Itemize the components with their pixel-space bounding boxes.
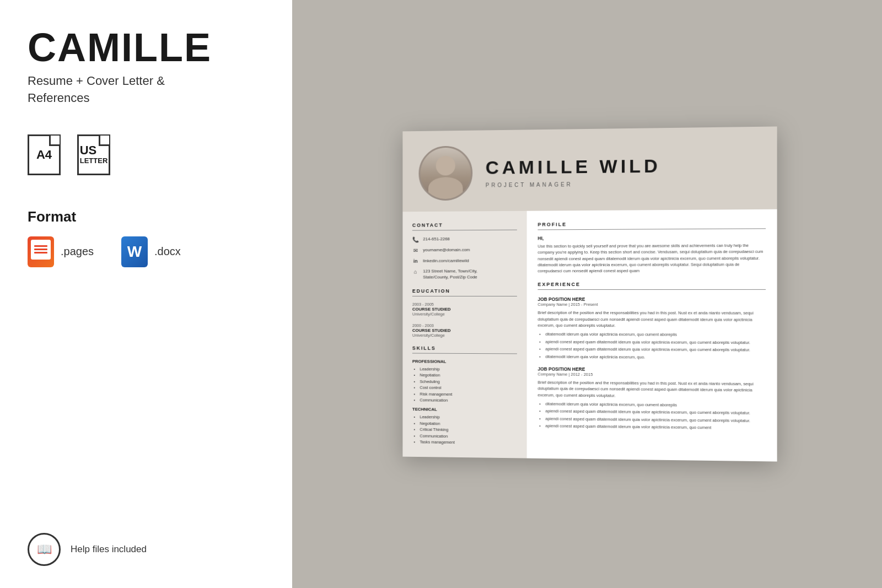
- education-section-title: EDUCATION: [412, 288, 517, 296]
- us-label: US: [80, 144, 108, 157]
- letter-label: LETTER: [80, 157, 108, 165]
- photo-head: [436, 156, 455, 176]
- word-icon-letter: W: [127, 243, 142, 261]
- skills-technical-list: Leadership Negotiation Critical Thinking…: [412, 414, 517, 446]
- skill-item: Risk management: [420, 391, 517, 397]
- job-bullet: apiendi conest asped quam ditatemodit id…: [545, 424, 766, 432]
- resume-job-title: PROJECT MANAGER: [486, 180, 760, 188]
- job-bullet: apiendi conest asped quam ditatemodit id…: [545, 409, 766, 417]
- skill-item: Critical Thinking: [420, 427, 517, 433]
- phone-icon: 📞: [412, 237, 419, 243]
- edu-entry-1: 2003 - 2005 COURSE STUDIED University/Co…: [412, 302, 517, 317]
- resume-card: CAMILLE WILD PROJECT MANAGER CONTACT 📞 2…: [402, 127, 777, 462]
- skill-item: Cost control: [420, 385, 517, 391]
- edu-school-1: University/College: [412, 311, 517, 316]
- profile-text: Use this section to quickly sell yoursel…: [537, 242, 766, 274]
- word-icon: W: [121, 236, 148, 267]
- photo-placeholder: [420, 148, 471, 199]
- skill-item: Leadership: [420, 366, 517, 372]
- contact-phone: 📞 214-651-2268: [412, 236, 517, 243]
- docx-ext: .docx: [154, 245, 181, 258]
- docx-format-item: W .docx: [121, 236, 181, 267]
- skill-item: Negotiation: [420, 421, 517, 427]
- pages-format-item: .pages: [28, 236, 94, 267]
- edu-entry-2: 2000 - 2003 COURSE STUDIED University/Co…: [412, 323, 517, 338]
- job-bullet: ditatemodit iderum quia volor apictinici…: [545, 354, 766, 361]
- skill-item: Communication: [420, 433, 517, 439]
- job-bullet: ditatemodit iderum quia volor apictinici…: [545, 401, 766, 409]
- job-company-1: Company Name | 2015 - Present: [537, 302, 766, 307]
- skills-professional-label: PROFESSIONAL: [412, 359, 517, 364]
- address-icon: ⌂: [412, 269, 419, 275]
- a4-doc-shape: A4: [28, 134, 61, 175]
- resume-body: CONTACT 📞 214-651-2268 ✉ yourname@domain…: [402, 209, 777, 461]
- contact-address: ⌂ 123 Street Name, Town/City,State/Count…: [412, 268, 517, 280]
- job-bullet: apiendi conest asped quam ditatemodit id…: [545, 339, 766, 346]
- resume-header: CAMILLE WILD PROJECT MANAGER: [402, 127, 777, 212]
- us-doc-shape: US LETTER: [77, 134, 110, 175]
- job-bullet: ditatemodit iderum quia volor apictinici…: [545, 332, 766, 338]
- resume-name: CAMILLE WILD: [486, 155, 760, 179]
- email-icon: ✉: [412, 247, 419, 253]
- job-bullet: apiendi conest asped quam ditatemodit id…: [545, 416, 766, 424]
- contact-phone-text: 214-651-2268: [423, 236, 450, 242]
- help-book-icon: 📖: [28, 533, 61, 566]
- right-panel: CAMILLE WILD PROJECT MANAGER CONTACT 📞 2…: [292, 0, 882, 588]
- format-icons: A4 US LETTER: [28, 134, 265, 175]
- brand-subtitle: Resume + Cover Letter &References: [28, 73, 265, 107]
- format-section: Format .pages: [28, 208, 265, 267]
- contact-email: ✉ yourname@domain.com: [412, 247, 517, 254]
- brand-title: CAMILLE: [28, 28, 265, 67]
- job-title-1: JOB POSITION HERE: [537, 296, 766, 302]
- format-items: .pages W .docx: [28, 236, 265, 267]
- pages-icon: [28, 236, 54, 267]
- edu-years-1: 2003 - 2005: [412, 302, 517, 307]
- format-label: Format: [28, 208, 265, 225]
- resume-name-block: CAMILLE WILD PROJECT MANAGER: [486, 155, 760, 188]
- resume-photo: [419, 146, 473, 201]
- photo-body: [428, 177, 462, 199]
- edu-school-2: University/College: [412, 333, 517, 338]
- resume-left-column: CONTACT 📞 214-651-2268 ✉ yourname@domain…: [402, 211, 526, 458]
- left-panel: CAMILLE Resume + Cover Letter &Reference…: [0, 0, 292, 588]
- left-top: CAMILLE Resume + Cover Letter &Reference…: [28, 28, 265, 267]
- help-text: Help files included: [71, 544, 147, 555]
- profile-greeting: HI,: [537, 235, 766, 241]
- book-symbol: 📖: [37, 542, 52, 557]
- a4-label: A4: [36, 149, 52, 161]
- experience-section-title: EXPERIENCE: [537, 282, 766, 290]
- contact-linkedin-text: linkedin.com/camillewild: [423, 258, 469, 264]
- profile-section-title: PROFILE: [537, 220, 766, 230]
- help-section: 📖 Help files included: [28, 533, 265, 566]
- skills-technical-label: TECHNICAL: [412, 407, 517, 413]
- skill-item: Scheduling: [420, 379, 517, 385]
- skills-professional-list: Leadership Negotiation Scheduling Cost c…: [412, 366, 517, 403]
- contact-email-text: yourname@domain.com: [423, 247, 470, 253]
- job-bullet: apiendi conest asped quam ditatemodit id…: [545, 347, 766, 353]
- job-desc-1: Brief description of the position and th…: [537, 310, 766, 329]
- skill-item: Tasks management: [420, 440, 517, 446]
- resume-right-column: PROFILE HI, Use this section to quickly …: [527, 209, 777, 461]
- skill-item: Communication: [420, 398, 517, 403]
- pages-ext: .pages: [61, 245, 94, 258]
- contact-address-text: 123 Street Name, Town/City,State/County,…: [423, 268, 477, 280]
- us-letter-icon: US LETTER: [77, 134, 110, 175]
- job-bullets-2: ditatemodit iderum quia volor apictinici…: [537, 401, 766, 431]
- job-bullets-1: ditatemodit iderum quia volor apictinici…: [537, 332, 766, 361]
- linkedin-icon: in: [412, 258, 419, 264]
- skill-item: Leadership: [420, 414, 517, 420]
- job-desc-2: Brief description of the position and th…: [537, 380, 766, 400]
- skills-section-title: SKILLS: [412, 345, 517, 354]
- job-company-2: Company Name | 2012 - 2015: [537, 372, 766, 379]
- contact-section-title: CONTACT: [412, 222, 517, 231]
- a4-icon: A4: [28, 134, 61, 175]
- contact-linkedin: in linkedin.com/camillewild: [412, 258, 517, 265]
- edu-course-1: COURSE STUDIED: [412, 306, 517, 311]
- skill-item: Negotiation: [420, 373, 517, 378]
